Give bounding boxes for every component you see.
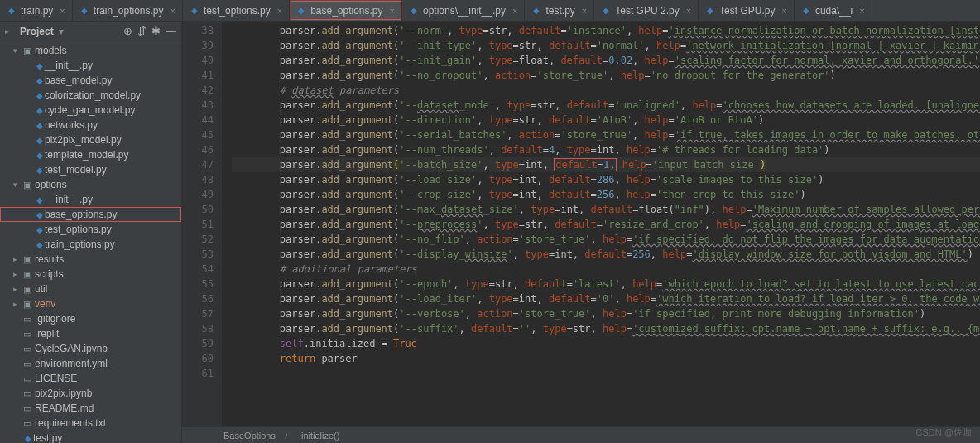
dropdown-icon[interactable]: ▾: [59, 26, 64, 37]
line-number[interactable]: 54: [182, 262, 214, 277]
tree-item-environment-yml[interactable]: ▭environment.yml: [0, 356, 181, 371]
line-number[interactable]: 59: [182, 336, 214, 351]
close-icon[interactable]: ×: [512, 6, 517, 16]
tab-cuda-i[interactable]: ◆cuda\__i×: [795, 0, 872, 21]
code-line[interactable]: # additional parameters: [232, 262, 980, 277]
code-line[interactable]: parser.add_argument('--serial_batches', …: [232, 128, 980, 142]
close-icon[interactable]: ×: [390, 6, 395, 16]
tree-arrow-icon[interactable]: ▾: [13, 181, 23, 189]
code-line[interactable]: parser.add_argument('--display_winsize',…: [232, 247, 980, 262]
tab-options-init-py[interactable]: ◆options\__init__.py×: [402, 0, 526, 21]
code-line[interactable]: parser.add_argument('--load_size', type=…: [232, 172, 980, 187]
line-number[interactable]: 43: [182, 98, 214, 113]
tree-item-test-py[interactable]: ◆test.py: [0, 431, 181, 443]
close-icon[interactable]: ×: [277, 6, 282, 16]
line-number[interactable]: 46: [182, 142, 214, 157]
line-number[interactable]: 57: [182, 306, 214, 321]
tree-item-colorization-model-py[interactable]: ◆colorization_model.py: [0, 88, 181, 103]
line-number[interactable]: 45: [182, 128, 214, 142]
hide-sidebar-icon[interactable]: —: [166, 25, 176, 37]
line-number[interactable]: 38: [182, 23, 214, 38]
tree-item-pix2pix-ipynb[interactable]: ▭pix2pix.ipynb: [0, 386, 181, 401]
line-number[interactable]: 49: [182, 187, 214, 202]
code-line[interactable]: parser.add_argument('--no_dropout', acti…: [232, 68, 980, 83]
line-number[interactable]: 60: [182, 351, 214, 366]
tree-item--init-py[interactable]: ◆__init__.py: [0, 192, 181, 207]
code-line[interactable]: parser.add_argument('--preprocess', type…: [232, 217, 980, 232]
tree-item-base-model-py[interactable]: ◆base_model.py: [0, 73, 181, 88]
close-icon[interactable]: ×: [781, 6, 786, 16]
project-dropdown-arrow[interactable]: ▸: [5, 27, 15, 36]
tree-item-networks-py[interactable]: ◆networks.py: [0, 118, 181, 132]
line-number[interactable]: 39: [182, 38, 214, 53]
code-line[interactable]: parser.add_argument('--direction', type=…: [232, 113, 980, 128]
line-number[interactable]: 47: [182, 157, 214, 172]
tree-item-readme-md[interactable]: ▭README.md: [0, 401, 181, 416]
close-icon[interactable]: ×: [171, 6, 175, 16]
line-number[interactable]: 61: [182, 366, 214, 381]
tree-item-results[interactable]: ▸▣results: [0, 252, 181, 267]
code-line[interactable]: return parser: [232, 351, 980, 366]
code-area[interactable]: 3839404142434445464748495051525354555657…: [182, 22, 980, 426]
code-line[interactable]: [232, 366, 980, 381]
line-number[interactable]: 44: [182, 113, 214, 128]
code-line[interactable]: parser.add_argument('--batch_size', type…: [232, 157, 980, 172]
code-line[interactable]: parser.add_argument('--num_threads', def…: [232, 142, 980, 157]
tree-item-train-options-py[interactable]: ◆train_options.py: [0, 237, 181, 252]
code-line[interactable]: parser.add_argument('--no_flip', action=…: [232, 232, 980, 247]
code-line[interactable]: parser.add_argument('--init_type', type=…: [232, 38, 980, 53]
select-opened-file-icon[interactable]: ⊕: [123, 25, 132, 37]
tree-arrow-icon[interactable]: ▸: [13, 255, 23, 263]
tree-item-scripts[interactable]: ▸▣scripts: [0, 267, 181, 282]
tree-arrow-icon[interactable]: ▸: [13, 270, 23, 278]
code-line[interactable]: parser.add_argument('--crop_size', type=…: [232, 187, 980, 202]
settings-gear-icon[interactable]: ✱: [151, 25, 161, 37]
tab-test-options-py[interactable]: ◆test_options.py×: [183, 0, 290, 21]
code-line[interactable]: parser.add_argument('--dataset_mode', ty…: [232, 98, 980, 113]
tab-test-gpu-2-py[interactable]: ◆Test GPU 2.py×: [594, 0, 699, 21]
tree-item-test-options-py[interactable]: ◆test_options.py: [0, 222, 181, 237]
tab-train-py[interactable]: ◆train.py×: [0, 0, 73, 21]
code-lines[interactable]: parser.add_argument('--norm', type=str, …: [222, 22, 980, 426]
tab-base-options-py[interactable]: ◆base_options.py×: [290, 0, 402, 21]
close-icon[interactable]: ×: [686, 6, 691, 16]
code-line[interactable]: parser.add_argument('--init_gain', type=…: [232, 53, 980, 68]
line-number[interactable]: 40: [182, 53, 214, 68]
code-line[interactable]: parser.add_argument('--load_iter', type=…: [232, 291, 980, 306]
close-icon[interactable]: ×: [582, 6, 587, 16]
code-line[interactable]: parser.add_argument('--max_dataset_size'…: [232, 202, 980, 217]
close-icon[interactable]: ×: [60, 6, 65, 16]
line-number[interactable]: 42: [182, 83, 214, 98]
tab-test-py[interactable]: ◆test.py×: [525, 0, 594, 21]
line-number[interactable]: 55: [182, 277, 214, 291]
sidebar-title[interactable]: Project: [20, 26, 54, 37]
line-number[interactable]: 51: [182, 217, 214, 232]
expand-all-icon[interactable]: ⇵: [137, 25, 147, 37]
code-line[interactable]: parser.add_argument('--epoch', type=str,…: [232, 277, 980, 291]
tree-item-pix2pix-model-py[interactable]: ◆pix2pix_model.py: [0, 132, 181, 147]
tree-item-test-model-py[interactable]: ◆test_model.py: [0, 162, 181, 177]
code-line[interactable]: # dataset parameters: [232, 83, 980, 98]
tree-item-base-options-py[interactable]: ◆base_options.py: [0, 207, 181, 222]
tree-arrow-icon[interactable]: ▸: [13, 300, 23, 308]
code-line[interactable]: parser.add_argument('--suffix', default=…: [232, 321, 980, 336]
tree-item-license[interactable]: ▭LICENSE: [0, 371, 181, 386]
tree-arrow-icon[interactable]: ▾: [13, 46, 23, 55]
line-number[interactable]: 58: [182, 321, 214, 336]
tree-item-template-model-py[interactable]: ◆template_model.py: [0, 147, 181, 162]
tree-item--gitignore[interactable]: ▭.gitignore: [0, 311, 181, 326]
breadcrumb-method[interactable]: initialize(): [301, 431, 339, 441]
line-number[interactable]: 56: [182, 291, 214, 306]
line-number[interactable]: 50: [182, 202, 214, 217]
tab-test-gpu-py[interactable]: ◆Test GPU.py×: [699, 0, 795, 21]
tree-item-models[interactable]: ▾▣models: [0, 43, 181, 58]
tree-item-venv[interactable]: ▸▣venv: [0, 296, 181, 311]
project-tree[interactable]: ▾▣models◆__init__.py◆base_model.py◆color…: [0, 41, 181, 443]
line-number[interactable]: 52: [182, 232, 214, 247]
line-number[interactable]: 53: [182, 247, 214, 262]
tab-train-options-py[interactable]: ◆train_options.py×: [73, 0, 183, 21]
tree-item-cyclegan-ipynb[interactable]: ▭CycleGAN.ipynb: [0, 341, 181, 356]
breadcrumb-class[interactable]: BaseOptions: [223, 431, 276, 441]
code-line[interactable]: self.initialized = True: [232, 336, 980, 351]
tree-item-requirements-txt[interactable]: ▭requirements.txt: [0, 416, 181, 431]
